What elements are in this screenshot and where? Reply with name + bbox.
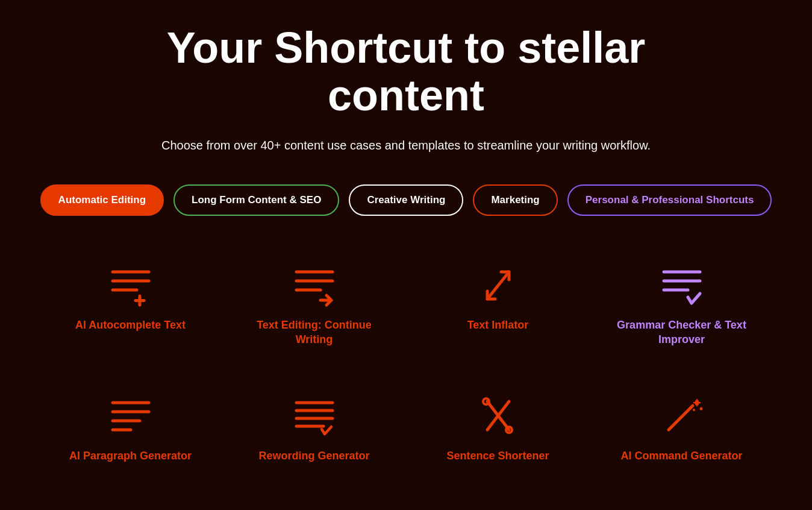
svg-line-9 (487, 272, 509, 299)
tool-paragraph-generator[interactable]: AI Paragraph Generator (45, 383, 216, 475)
svg-point-28 (693, 409, 695, 411)
hero-subtitle: Choose from over 40+ content use cases a… (161, 136, 651, 154)
tool-text-inflator[interactable]: Text Inflator (412, 252, 584, 359)
tool-autocomplete-label: AI Autocomplete Text (75, 318, 186, 332)
tool-grammar-checker[interactable]: Grammar Checker & Text Improver (596, 252, 767, 359)
tab-personal-professional[interactable]: Personal & Professional Shortcuts (567, 184, 772, 216)
svg-point-27 (699, 407, 702, 410)
lines-checkmark-icon (290, 395, 339, 437)
tab-long-form-seo[interactable]: Long Form Content & SEO (173, 184, 339, 216)
tool-rewording-generator[interactable]: Rewording Generator (228, 383, 400, 475)
tool-text-inflator-label: Text Inflator (467, 318, 529, 332)
lines-check-icon (658, 264, 706, 306)
lines-left-icon (107, 395, 155, 437)
tab-marketing[interactable]: Marketing (473, 184, 557, 216)
hero-title: Your Shortcut to stellar content (165, 24, 647, 119)
scissors-diagonal-icon (474, 395, 522, 437)
lines-plus-icon (107, 264, 155, 306)
tool-continue-writing-label: Text Editing: Continue Writing (240, 318, 388, 347)
tool-autocomplete[interactable]: AI Autocomplete Text (45, 252, 216, 359)
tool-continue-writing[interactable]: Text Editing: Continue Writing (228, 252, 400, 359)
wand-stars-icon (658, 395, 706, 437)
tabs-container: Automatic Editing Long Form Content & SE… (40, 184, 772, 216)
tools-grid: AI Autocomplete Text Text Editing: Conti… (45, 252, 767, 475)
svg-line-25 (669, 406, 693, 430)
tool-sentence-shortener-label: Sentence Shortener (446, 449, 549, 463)
arrows-expand-icon (474, 264, 522, 306)
page-wrapper: Your Shortcut to stellar content Choose … (0, 0, 812, 510)
tab-automatic-editing[interactable]: Automatic Editing (40, 184, 164, 216)
tool-sentence-shortener[interactable]: Sentence Shortener (412, 383, 584, 475)
lines-arrow-icon (290, 264, 339, 306)
tool-command-generator[interactable]: AI Command Generator (596, 383, 767, 475)
tool-rewording-generator-label: Rewording Generator (258, 449, 369, 463)
tool-command-generator-label: AI Command Generator (620, 449, 742, 463)
tool-paragraph-generator-label: AI Paragraph Generator (69, 449, 192, 463)
tab-creative-writing[interactable]: Creative Writing (349, 184, 463, 216)
tool-grammar-checker-label: Grammar Checker & Text Improver (608, 318, 755, 347)
